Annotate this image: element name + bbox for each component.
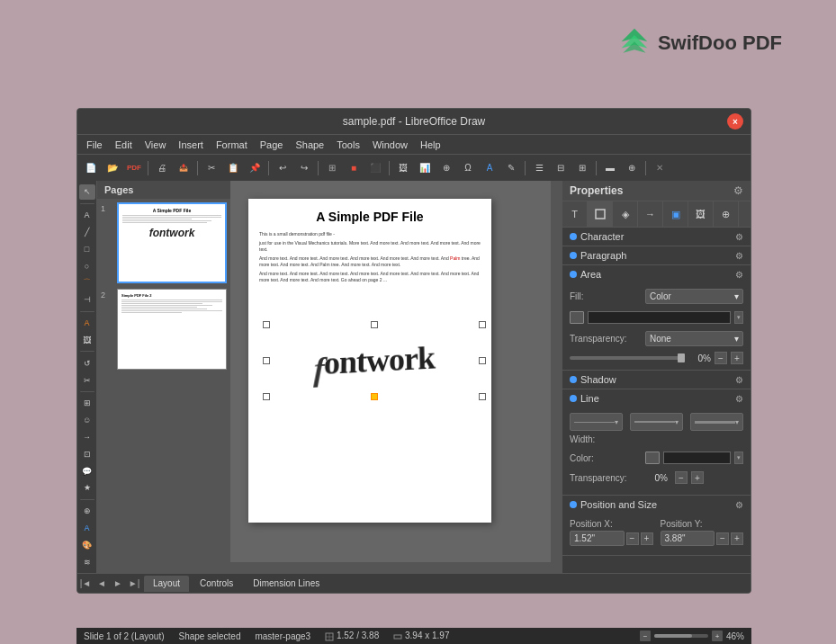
line-color-bar[interactable]	[663, 452, 731, 464]
zoom-in-btn[interactable]: +	[712, 631, 723, 641]
menu-page[interactable]: Page	[255, 138, 289, 152]
toolbar-print[interactable]: 🖨	[152, 158, 172, 178]
toolbar-undo[interactable]: ↩	[273, 158, 292, 178]
tool-select[interactable]: ↖	[79, 184, 95, 200]
tool-color[interactable]: 🎨	[79, 537, 95, 552]
tool-grid[interactable]: ⊞	[79, 396, 95, 411]
panel-icon-nav[interactable]: ⊕	[714, 201, 739, 227]
area-color-dropdown[interactable]: ▾	[734, 311, 743, 324]
tool-rotate[interactable]: ↺	[79, 355, 95, 371]
line-style-select-3[interactable]: ▾	[690, 413, 743, 431]
page-thumbnail-2[interactable]: 2 Simple PDF File 2	[101, 289, 227, 370]
transparency-slider-thumb[interactable]	[678, 353, 685, 362]
tool-line[interactable]: ╱	[79, 225, 95, 240]
character-section-header[interactable]: Character ⚙	[562, 228, 751, 246]
toolbar-paste[interactable]: 📌	[245, 158, 265, 178]
tab-layout[interactable]: Layout	[144, 576, 189, 592]
tool-text[interactable]: A	[79, 208, 95, 223]
pos-x-input[interactable]: 1.52"	[570, 531, 625, 546]
pos-x-minus[interactable]: −	[626, 532, 639, 545]
pos-y-minus[interactable]: −	[716, 532, 729, 545]
menu-shape[interactable]: Shape	[290, 138, 329, 152]
toolbar-pdf[interactable]: PDF	[124, 158, 144, 178]
toolbar-cut[interactable]: ✂	[202, 158, 221, 178]
area-gear-icon[interactable]: ⚙	[735, 270, 743, 280]
page-thumb-img-1[interactable]: A Simple PDF File fontwork	[117, 202, 227, 283]
canvas-scrollbar-h[interactable]	[230, 562, 551, 573]
nav-prev[interactable]: ◄	[94, 576, 110, 592]
toolbar-b8[interactable]: ▬	[600, 158, 620, 178]
menu-window[interactable]: Window	[367, 138, 413, 152]
panel-icon-arrow[interactable]: →	[638, 201, 663, 227]
panel-icon-style[interactable]: ◈	[613, 201, 638, 227]
toolbar-img[interactable]: 🖼	[393, 158, 413, 178]
menu-help[interactable]: Help	[415, 138, 446, 152]
page-thumbnail-1[interactable]: 1 A Simple PDF File fontwork	[101, 202, 227, 283]
area-color-swatch[interactable]	[570, 311, 584, 324]
toolbar-b6[interactable]: ⊟	[551, 158, 571, 178]
zoom-out-btn[interactable]: −	[640, 631, 651, 641]
line-style-select-1[interactable]: ▾	[570, 413, 623, 431]
handle-br[interactable]	[479, 393, 486, 400]
line-transparency-minus[interactable]: −	[675, 471, 688, 484]
tab-controls[interactable]: Controls	[191, 576, 242, 592]
panel-icon-color[interactable]: ▣	[663, 201, 688, 227]
toolbar-b3[interactable]: ⊕	[436, 158, 456, 178]
nav-next[interactable]: ►	[110, 576, 126, 592]
nav-last[interactable]: ►|	[126, 576, 142, 592]
tool-anim[interactable]: ≋	[79, 554, 95, 569]
menu-view[interactable]: View	[139, 138, 172, 152]
toolbar-copy[interactable]: 📋	[223, 158, 243, 178]
line-section-header[interactable]: Line ⚙	[562, 389, 751, 407]
line-color-dropdown[interactable]: ▾	[734, 452, 743, 464]
toolbar-open[interactable]: 📂	[103, 158, 122, 178]
zoom-slider[interactable]	[654, 634, 708, 638]
tool-flow[interactable]: ⊡	[79, 446, 95, 461]
toolbar-b1[interactable]: ■	[344, 158, 364, 178]
paragraph-section-header[interactable]: Paragraph ⚙	[562, 246, 751, 264]
tool-fontwork[interactable]: A	[79, 316, 95, 331]
tool-navigator[interactable]: ⊕	[79, 504, 95, 519]
toolbar-b2[interactable]: ⬛	[365, 158, 385, 178]
pos-x-plus[interactable]: +	[641, 532, 653, 545]
tool-connector[interactable]: ⊣	[79, 292, 95, 308]
tool-rect[interactable]: □	[79, 241, 95, 256]
canvas-scrollbar-v[interactable]	[551, 181, 562, 573]
menu-format[interactable]: Format	[211, 138, 253, 152]
canvas-area[interactable]: A Simple PDF File This is a small demons…	[230, 181, 562, 573]
toolbar-close2[interactable]: ✕	[650, 158, 670, 178]
page-thumb-img-2[interactable]: Simple PDF File 2	[117, 289, 227, 370]
tool-chars[interactable]: A	[79, 521, 95, 536]
shadow-gear-icon[interactable]: ⚙	[735, 375, 743, 385]
line-transparency-plus[interactable]: +	[691, 471, 704, 484]
tool-curve[interactable]: ⌒	[79, 275, 95, 291]
toolbar-zoom-in[interactable]: ⊞	[322, 158, 342, 178]
toolbar-chart[interactable]: 📊	[415, 158, 435, 178]
toolbar-b7[interactable]: ⊞	[572, 158, 592, 178]
fill-select[interactable]: Color ▾	[645, 289, 743, 304]
toolbar-new[interactable]: 📄	[81, 158, 101, 178]
tab-dimension-lines[interactable]: Dimension Lines	[244, 576, 328, 592]
menu-file[interactable]: File	[81, 138, 108, 152]
transparency-minus[interactable]: −	[715, 352, 727, 364]
tool-crop[interactable]: ✂	[79, 372, 95, 388]
transparency-plus[interactable]: +	[731, 352, 743, 364]
paragraph-gear-icon[interactable]: ⚙	[735, 251, 743, 261]
toolbar-align[interactable]: ☰	[529, 158, 549, 178]
transparency-select[interactable]: None ▾	[645, 331, 743, 346]
toolbar-fontwork[interactable]: A	[480, 158, 499, 178]
menu-insert[interactable]: Insert	[173, 138, 209, 152]
tool-image[interactable]: 🖼	[79, 333, 95, 348]
handle-tl[interactable]	[263, 321, 270, 328]
pos-y-plus[interactable]: +	[731, 532, 743, 545]
tool-smile[interactable]: ☺	[79, 413, 95, 428]
panel-icon-text[interactable]: T	[562, 201, 588, 227]
close-button[interactable]: ×	[727, 113, 743, 130]
panel-icon-shape[interactable]	[588, 201, 613, 227]
position-size-header[interactable]: Position and Size ⚙	[562, 496, 751, 514]
shadow-section-header[interactable]: Shadow ⚙	[562, 371, 751, 389]
area-color-bar[interactable]	[588, 311, 731, 324]
tool-arrow[interactable]: →	[79, 430, 95, 445]
toolbar-b5[interactable]: ✎	[501, 158, 521, 178]
menu-tools[interactable]: Tools	[331, 138, 365, 152]
